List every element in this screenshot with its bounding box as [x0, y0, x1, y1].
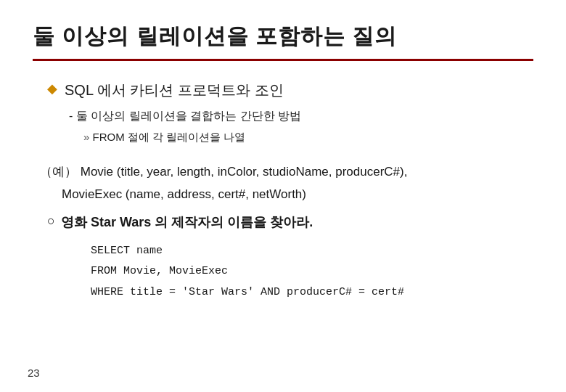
code-block: SELECT name FROM Movie, MovieExec WHERE … [40, 241, 533, 303]
diamond-icon: ◆ [47, 81, 57, 97]
example-section: （예） Movie (title, year, length, inColor,… [33, 162, 533, 303]
page-number: 23 [28, 367, 40, 379]
sub-bullet-text-1: 둘 이상의 릴레이션을 결합하는 간단한 방법 [69, 110, 301, 122]
main-bullet-row: ◆ SQL 에서 카티션 프로덕트와 조인 [47, 79, 533, 101]
title-section: 둘 이상의 릴레이션을 포함하는 질의 [33, 22, 533, 61]
example-header-2: MovieExec (name, address, cert#, netWort… [40, 184, 533, 204]
circle-bullet-text: 영화 Star Wars 의 제작자의 이름을 찾아라. [61, 213, 313, 232]
example-label-1: （예） Movie (title, year, length, inColor,… [40, 165, 407, 179]
slide: 둘 이상의 릴레이션을 포함하는 질의 ◆ SQL 에서 카티션 프로덕트와 조… [0, 0, 566, 392]
example-header-1: （예） Movie (title, year, length, inColor,… [40, 162, 533, 181]
sub-sub-bullet-text-1: FROM 절에 각 릴레이션을 나열 [83, 131, 245, 143]
sub-sub-bullet-1: FROM 절에 각 릴레이션을 나열 [47, 128, 533, 146]
code-line-2: FROM Movie, MovieExec [91, 261, 533, 282]
circle-bullet-row: ○ 영화 Star Wars 의 제작자의 이름을 찾아라. [40, 213, 533, 232]
code-line-3: WHERE title = 'Star Wars' AND producerC#… [91, 282, 533, 303]
code-line-1: SELECT name [91, 241, 533, 262]
content-section: ◆ SQL 에서 카티션 프로덕트와 조인 둘 이상의 릴레이션을 결합하는 간… [33, 79, 533, 146]
sub-bullet-1: 둘 이상의 릴레이션을 결합하는 간단한 방법 [47, 107, 533, 126]
page-title: 둘 이상의 릴레이션을 포함하는 질의 [33, 24, 397, 48]
circle-icon: ○ [47, 213, 55, 229]
example-label-2: MovieExec (name, address, cert#, netWort… [62, 187, 306, 201]
main-bullet-text: SQL 에서 카티션 프로덕트와 조인 [65, 79, 284, 101]
